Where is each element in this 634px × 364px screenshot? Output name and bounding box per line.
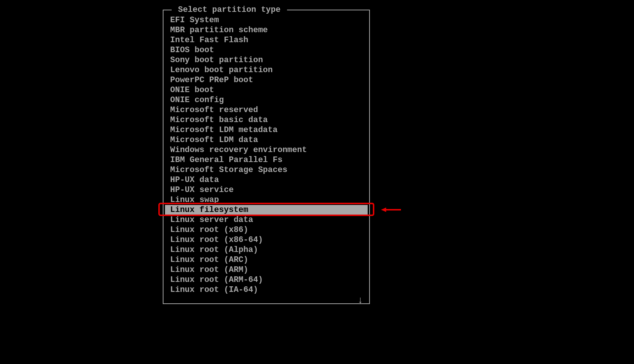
partition-type-option[interactable]: Linux root (ARM-64) [165, 275, 368, 285]
partition-type-option[interactable]: Linux root (Alpha) [165, 245, 368, 255]
partition-type-option[interactable]: Linux swap [165, 195, 368, 205]
partition-type-option[interactable]: Linux filesystem [165, 205, 368, 215]
scroll-down-icon[interactable]: ↓ [357, 295, 363, 306]
partition-type-dialog: Select partition type EFI SystemMBR part… [163, 5, 370, 304]
partition-type-option[interactable]: HP-UX service [165, 185, 368, 195]
partition-type-option[interactable]: EFI System [165, 15, 368, 25]
partition-type-option[interactable]: Microsoft LDM metadata [165, 125, 368, 135]
partition-type-option[interactable]: HP-UX data [165, 175, 368, 185]
partition-type-option[interactable]: Sony boot partition [165, 55, 368, 65]
partition-type-option[interactable]: Microsoft reserved [165, 105, 368, 115]
partition-type-option[interactable]: Linux root (ARM) [165, 265, 368, 275]
partition-type-option[interactable]: Windows recovery environment [165, 145, 368, 155]
partition-type-list[interactable]: EFI SystemMBR partition schemeIntel Fast… [165, 15, 368, 302]
partition-type-option[interactable]: Linux root (ARC) [165, 255, 368, 265]
partition-type-option[interactable]: Linux server data [165, 215, 368, 225]
partition-type-option[interactable]: BIOS boot [165, 45, 368, 55]
partition-type-option[interactable]: IBM General Parallel Fs [165, 155, 368, 165]
partition-type-option[interactable]: Microsoft Storage Spaces [165, 165, 368, 175]
partition-type-option[interactable]: Intel Fast Flash [165, 35, 368, 45]
partition-type-option[interactable]: Linux root (x86) [165, 225, 368, 235]
partition-type-option[interactable]: ONIE boot [165, 85, 368, 95]
annotation-arrow-icon [381, 207, 401, 213]
svg-marker-1 [381, 208, 386, 212]
partition-type-option[interactable]: Linux root (x86-64) [165, 235, 368, 245]
partition-type-option[interactable]: Microsoft LDM data [165, 135, 368, 145]
partition-type-option[interactable]: PowerPC PReP boot [165, 75, 368, 85]
partition-type-option[interactable]: MBR partition scheme [165, 25, 368, 35]
partition-type-option[interactable]: Linux root (IA-64) [165, 285, 368, 295]
dialog-title: Select partition type [172, 5, 287, 14]
partition-type-option[interactable]: ONIE config [165, 95, 368, 105]
partition-type-option[interactable]: Lenovo boot partition [165, 65, 368, 75]
partition-type-option[interactable]: Microsoft basic data [165, 115, 368, 125]
